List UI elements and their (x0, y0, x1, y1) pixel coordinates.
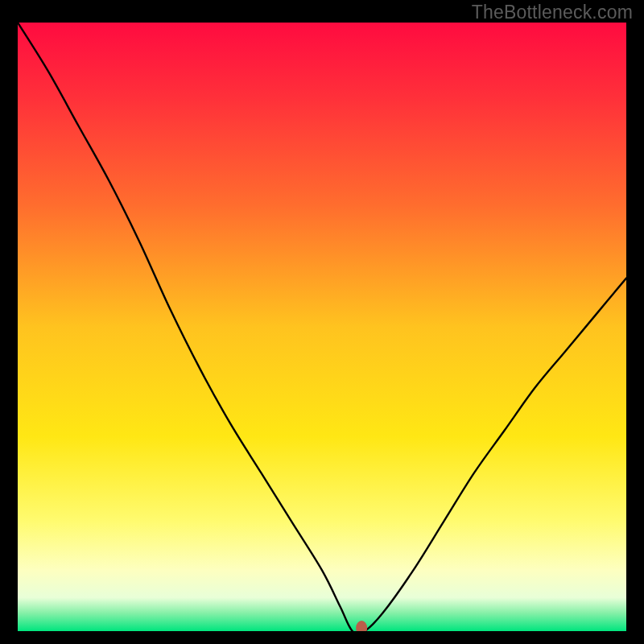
bottleneck-chart (18, 23, 626, 631)
watermark-text: TheBottleneck.com (472, 2, 633, 23)
plot-area (18, 23, 626, 631)
gradient-background (18, 23, 626, 631)
chart-frame: TheBottleneck.com (0, 0, 644, 644)
